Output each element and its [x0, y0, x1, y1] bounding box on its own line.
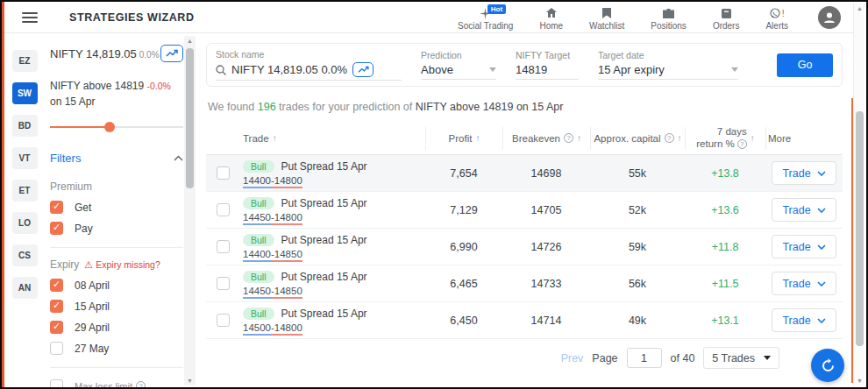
user-avatar[interactable] [818, 6, 841, 29]
checkbox-expiry-15apr[interactable]: 15 April [50, 300, 183, 313]
sidebar-item-sw[interactable]: SW [12, 82, 38, 104]
expiry-warning[interactable]: ⚠ Expiry missing? [84, 259, 160, 271]
chevron-down-icon [731, 67, 738, 72]
prev-page-link[interactable]: Prev [561, 352, 584, 364]
help-icon[interactable]: ? [564, 133, 573, 143]
checkbox-get[interactable]: Get [50, 201, 183, 214]
nav-home[interactable]: Home [539, 4, 563, 31]
bookmark-icon [602, 8, 611, 19]
scroll-down-arrow[interactable]: ▼ [184, 378, 196, 384]
sidebar-item-cs[interactable]: CS [12, 244, 38, 266]
refresh-button[interactable] [811, 349, 844, 382]
sidebar-item-lo[interactable]: LO [12, 212, 38, 234]
scrollbar-thumb[interactable] [856, 111, 864, 346]
target-date-select[interactable]: 15 Apr expiry [598, 63, 738, 80]
nav-watchlist[interactable]: Watchlist [589, 4, 624, 31]
header-profit[interactable]: Profit↑ [425, 127, 502, 150]
strike-range[interactable]: 14450-14850 [243, 286, 425, 296]
checkbox-icon[interactable] [50, 222, 63, 235]
table-row[interactable]: Bull Put Spread 15 Apr 14500-14800 6,450… [206, 302, 843, 339]
strike-range[interactable]: 14500-14800 [243, 322, 425, 333]
page-number-input[interactable] [627, 348, 662, 368]
scroll-up-arrow[interactable]: ▲ [854, 5, 865, 11]
header-breakeven[interactable]: Breakeven?↑ [502, 127, 590, 150]
checkbox-expiry-29apr[interactable]: 29 April [50, 321, 183, 334]
filters-header[interactable]: Filters [50, 152, 183, 165]
sidebar-item-an[interactable]: AN [12, 277, 38, 299]
slider-thumb[interactable] [104, 122, 115, 132]
checkbox-pay[interactable]: Pay [50, 222, 183, 235]
nav-orders[interactable]: Orders [713, 4, 740, 31]
row-checkbox[interactable] [217, 203, 230, 216]
checkbox-expiry-08apr[interactable]: 08 April [50, 279, 183, 292]
checkbox-icon[interactable] [50, 379, 63, 389]
help-icon[interactable]: ? [737, 139, 747, 149]
scroll-down-arrow[interactable]: ▼ [854, 378, 865, 384]
help-icon[interactable]: ? [665, 133, 674, 143]
hamburger-menu-icon[interactable] [22, 12, 38, 23]
sidebar-item-et[interactable]: ET [12, 180, 38, 202]
strike-range[interactable]: 14400-14850 [243, 249, 425, 259]
capital-value: 55k [590, 167, 685, 180]
profit-value: 7,654 [425, 167, 502, 180]
checkbox-icon[interactable] [50, 342, 63, 355]
sidebar-item-bd[interactable]: BD [12, 115, 38, 137]
trade-count: 196 [258, 101, 276, 113]
help-icon[interactable]: ? [136, 381, 146, 389]
instrument-price: NIFTY 14,819.050.0% [50, 46, 160, 61]
per-page-select[interactable]: 5 Trades [703, 347, 779, 369]
chart-icon[interactable] [160, 45, 183, 62]
checkbox-icon[interactable] [50, 300, 63, 313]
window-accent-strip [2, 2, 4, 387]
chart-icon[interactable] [352, 62, 374, 77]
table-row[interactable]: Bull Put Spread 15 Apr 14400-14850 6,990… [206, 229, 843, 265]
table-row[interactable]: Bull Put Spread 15 Apr 14450-14800 7,129… [206, 192, 843, 229]
page-scrollbar[interactable]: ▲ ▼ [853, 4, 864, 385]
checkbox-expiry-27may[interactable]: 27 May [50, 342, 183, 355]
scrollbar-thumb[interactable] [186, 48, 194, 188]
checkbox-icon[interactable] [50, 321, 63, 334]
nav-positions[interactable]: Positions [651, 4, 687, 31]
home-icon [546, 8, 557, 19]
go-button[interactable]: Go [777, 53, 833, 77]
nav-social-trading[interactable]: Hot Social Trading [458, 4, 513, 31]
prediction-change: -0.0% [147, 81, 171, 91]
header-trade[interactable]: Trade↑ [239, 127, 425, 150]
checkbox-icon[interactable] [50, 279, 63, 292]
trade-button[interactable]: Trade [772, 235, 836, 258]
header-capital[interactable]: Approx. capital?↑ [590, 127, 685, 150]
trade-button[interactable]: Trade [772, 308, 836, 332]
row-checkbox[interactable] [217, 277, 230, 290]
return-value: +13.8 [685, 167, 765, 180]
strike-range[interactable]: 14450-14800 [243, 212, 425, 223]
row-checkbox[interactable] [217, 240, 230, 253]
stock-name-input[interactable]: NIFTY 14,819.05 0.0% [216, 62, 402, 81]
breakeven-value: 14698 [502, 167, 590, 180]
checkbox-icon[interactable] [50, 201, 63, 214]
row-checkbox[interactable] [217, 314, 230, 327]
table-row[interactable]: Bull Put Spread 15 Apr 14400-14800 7,654… [206, 155, 843, 192]
breakeven-value: 14705 [502, 204, 590, 216]
pagination-bar: Prev Page of 40 5 Trades [206, 347, 843, 369]
header-7day-return[interactable]: 7 daysreturn %? ↑ [685, 127, 765, 150]
left-sidebar: EZ SW BD VT ET LO CS AN [4, 34, 45, 387]
trade-button[interactable]: Trade [772, 161, 836, 185]
panel-scrollbar[interactable]: ▲ ▼ [184, 36, 196, 385]
prediction-select[interactable]: Above [421, 63, 496, 80]
scroll-up-arrow[interactable]: ▲ [184, 38, 196, 44]
divider [50, 367, 183, 368]
trade-button[interactable]: Trade [772, 272, 836, 295]
trade-button[interactable]: Trade [772, 198, 836, 222]
sidebar-item-ez[interactable]: EZ [12, 50, 38, 72]
trades-table: Trade↑ Profit↑ Breakeven?↑ Approx. capit… [206, 122, 843, 339]
expiry-group-label: Expiry [50, 258, 79, 271]
content-edge-accent [851, 98, 853, 383]
sidebar-item-vt[interactable]: VT [12, 147, 38, 169]
prediction-slider[interactable] [50, 122, 183, 132]
nav-alerts[interactable]: ! Alerts [765, 4, 788, 31]
target-input[interactable]: 14819 [516, 63, 579, 80]
strike-range[interactable]: 14400-14800 [243, 175, 425, 186]
table-row[interactable]: Bull Put Spread 15 Apr 14450-14850 6,465… [206, 265, 843, 302]
row-checkbox[interactable] [217, 166, 230, 180]
max-loss-filter[interactable]: Max loss limit? [50, 379, 183, 389]
